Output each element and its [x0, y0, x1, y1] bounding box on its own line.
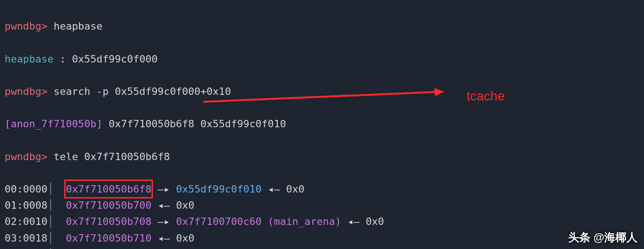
tele-index: 02:0010: [5, 216, 48, 227]
tele-row: 02:0010│ 0x7f710050b708 —▸ 0x7f7100700c6…: [5, 213, 639, 230]
command-line-1: pwndbg> heapbase: [5, 18, 639, 34]
pointer-arrow: —▸: [152, 216, 176, 227]
pointer-arrow: ◂—: [152, 199, 176, 211]
tele-value: 0x55df99c0f010: [176, 183, 261, 195]
search-output: [anon_7f710050b] 0x7f710050b6f8 0x55df99…: [5, 116, 639, 132]
separator: │: [48, 199, 66, 211]
heapbase-value: 0x55df99c0f000: [72, 53, 158, 65]
pointer-arrow: ◂—: [261, 183, 286, 195]
tele-address: 0x7f710050b708: [66, 216, 151, 227]
command-line-3: pwndbg> tele 0x7f710050b6f8: [5, 149, 639, 165]
tele-value: 0x0: [176, 232, 194, 244]
tele-index: 03:0018: [5, 232, 48, 244]
prompt: pwndbg>: [5, 20, 48, 32]
prompt: pwndbg>: [5, 86, 48, 97]
watermark: 头条 @海椰人: [568, 229, 638, 246]
tele-value: 0x0: [176, 199, 194, 211]
tele-row: 04:0020│ 0x7f710050b718 ◂— 0x0: [5, 246, 639, 249]
command-text: tele 0x7f710050b6f8: [54, 151, 170, 162]
anon-region: [anon_7f710050b]: [5, 118, 103, 130]
highlight-box: 0x7f710050b6f8: [64, 180, 152, 199]
heapbase-label: heapbase: [5, 53, 54, 65]
anon-address: 0x7f710050b6f8: [109, 118, 194, 130]
command-line-2: pwndbg> search -p 0x55df99c0f000+0x10: [5, 83, 639, 100]
pointer-arrow: —▸: [152, 183, 176, 195]
tele-address: 0x7f710050b710: [66, 232, 151, 244]
anon-value: 0x55df99c0f010: [200, 118, 286, 130]
separator: │: [48, 216, 66, 227]
annotation-label: tcache: [467, 86, 505, 107]
command-text: heapbase: [54, 20, 103, 32]
tele-index: 00:0000: [5, 183, 48, 195]
separator: │: [48, 232, 66, 244]
command-text: search -p 0x55df99c0f000+0x10: [54, 86, 231, 97]
separator: │: [48, 183, 66, 195]
heapbase-output: heapbase : 0x55df99c0f000: [5, 51, 639, 67]
pointer-arrow: ◂—: [341, 216, 366, 227]
tele-index: 01:0008: [5, 199, 48, 211]
tele-address: 0x7f710050b6f8: [66, 183, 151, 195]
symbol-note: (main_arena): [261, 216, 341, 227]
terminal-output: pwndbg> heapbase heapbase : 0x55df99c0f0…: [0, 0, 644, 249]
tele-value: 0x7f7100700c60: [176, 216, 261, 227]
prompt: pwndbg>: [5, 151, 48, 162]
tele-row: 00:0000│ 0x7f710050b6f8 —▸ 0x55df99c0f01…: [5, 181, 639, 197]
tele-row: 03:0018│ 0x7f710050b710 ◂— 0x0: [5, 230, 639, 246]
tele-row: 01:0008│ 0x7f710050b700 ◂— 0x0: [5, 197, 639, 213]
pointer-arrow: ◂—: [152, 232, 176, 244]
tele-address: 0x7f710050b700: [66, 199, 151, 211]
tele-value: 0x0: [286, 183, 304, 195]
tele-value: 0x0: [366, 216, 384, 227]
